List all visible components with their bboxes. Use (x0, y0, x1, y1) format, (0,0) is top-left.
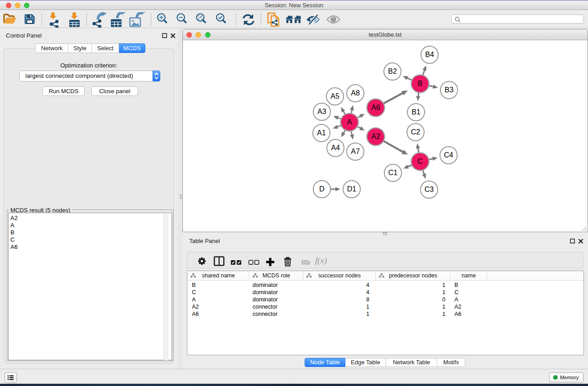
svg-text:A6: A6 (371, 104, 380, 111)
svg-text:D1: D1 (347, 185, 357, 193)
svg-text:B1: B1 (411, 108, 421, 116)
svg-text:A1: A1 (317, 129, 326, 137)
svg-text:A2: A2 (371, 133, 380, 140)
svg-text:C1: C1 (388, 169, 398, 176)
svg-text:A7: A7 (351, 148, 360, 155)
svg-text:A4: A4 (331, 144, 340, 152)
svg-text:D: D (319, 185, 325, 193)
svg-text:A5: A5 (330, 92, 339, 100)
svg-text:A: A (347, 118, 352, 126)
svg-text:B2: B2 (388, 67, 397, 75)
svg-text:B3: B3 (445, 86, 454, 94)
svg-text:C2: C2 (411, 128, 421, 136)
svg-text:C3: C3 (425, 186, 434, 193)
svg-text:C: C (417, 157, 423, 165)
svg-text:A8: A8 (351, 89, 360, 97)
svg-text:B: B (418, 80, 423, 87)
svg-text:B4: B4 (425, 51, 434, 58)
svg-text:C4: C4 (444, 151, 454, 159)
svg-text:A3: A3 (317, 108, 326, 115)
